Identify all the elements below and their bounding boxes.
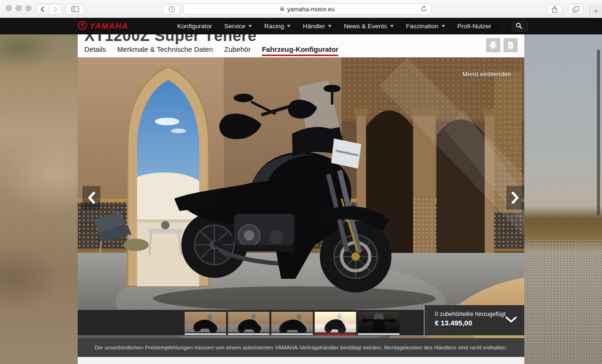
new-tab-button[interactable]: +	[589, 5, 602, 18]
browser-toolbar: yamaha-motor.eu +	[0, 0, 602, 18]
window-minimize-button[interactable]	[16, 5, 22, 11]
thumbnail-front-right-view[interactable]	[315, 312, 356, 335]
window-close-button[interactable]	[6, 5, 12, 11]
chevron-down-icon	[248, 25, 252, 27]
tab-fahrzeug-konfigurator[interactable]: Fahrzeug-Konfigurator	[262, 45, 339, 56]
clock-icon	[168, 6, 175, 13]
print-button[interactable]	[486, 38, 500, 52]
history-button[interactable]	[163, 4, 180, 15]
page-content: XT1200Z Super Ténéré Details Merkmale & …	[78, 34, 524, 364]
disclaimer-bar: Die unverbindlichen Preisempfehlungen mü…	[78, 338, 524, 357]
yamaha-tuning-fork-icon	[78, 21, 87, 32]
content-header: XT1200Z Super Ténéré Details Merkmale & …	[78, 34, 524, 57]
plus-icon: +	[594, 7, 598, 16]
nav-menu: Konfigurator Service Racing Händler News…	[177, 23, 491, 30]
carousel-prev-button[interactable]	[82, 186, 100, 210]
lock-icon	[280, 6, 285, 13]
nav-item-profi-nutzer[interactable]: Profi-Nutzer	[457, 23, 491, 30]
search-icon	[516, 22, 522, 31]
tab-zubehoer[interactable]: Zubehör	[224, 45, 251, 56]
tab-details[interactable]: Details	[84, 45, 106, 56]
section-tabs: Details Merkmale & Technische Daten Zube…	[84, 45, 338, 56]
nav-item-faszination[interactable]: Faszination	[406, 23, 445, 30]
printer-icon	[489, 41, 497, 49]
chevron-right-icon	[511, 192, 520, 204]
show-menu-button[interactable]: Menü einblenden	[462, 71, 511, 78]
total-price: € 13.495,00	[435, 319, 517, 327]
desert-background-right	[524, 34, 602, 364]
carousel-next-button[interactable]	[506, 186, 524, 210]
chevron-left-icon	[87, 192, 96, 204]
sidebar-icon	[71, 6, 79, 12]
tabs-icon	[572, 6, 579, 13]
desert-background-left	[0, 34, 78, 364]
forward-button[interactable]	[49, 4, 62, 15]
hero-scene	[78, 57, 524, 338]
reload-icon[interactable]	[421, 6, 427, 14]
chevron-down-icon	[287, 25, 291, 27]
site-nav: YAMAHA Konfigurator Service Racing Händl…	[0, 18, 602, 34]
nav-item-haendler[interactable]: Händler	[303, 23, 332, 30]
nav-item-racing[interactable]: Racing	[264, 23, 291, 30]
back-icon	[40, 6, 45, 13]
yamaha-logo-text: YAMAHA	[89, 22, 128, 31]
accessories-count-text: 0 zubehörteil/e hinzugefügt	[435, 311, 517, 317]
disclaimer-text: Die unverbindlichen Preisempfehlungen mü…	[95, 344, 507, 351]
german-flag-icon[interactable]	[504, 23, 504, 29]
thumbnail-rear-left-view[interactable]	[185, 312, 226, 335]
browser-window: yamaha-motor.eu + YAMAHA Konfigurator Se…	[0, 0, 602, 364]
address-bar-url: yamaha-motor.eu	[287, 6, 334, 13]
back-button[interactable]	[36, 4, 49, 15]
page-title: XT1200Z Super Ténéré	[84, 34, 524, 45]
chevron-down-icon	[441, 25, 445, 27]
chevron-down-icon	[390, 25, 394, 27]
thumbnail-left-side-view[interactable]	[228, 312, 269, 335]
configuration-summary-panel[interactable]: 0 zubehörteil/e hinzugefügt € 13.495,00	[424, 305, 524, 335]
pdf-button[interactable]	[504, 38, 518, 52]
share-icon	[552, 6, 558, 13]
site-search[interactable]	[512, 21, 528, 32]
nav-item-news-events[interactable]: News & Events	[344, 23, 394, 30]
window-zoom-button[interactable]	[25, 5, 32, 11]
forward-icon	[53, 6, 58, 13]
configurator-hero: Menü einblenden	[78, 57, 524, 338]
nav-item-konfigurator[interactable]: Konfigurator	[177, 23, 212, 30]
nav-item-service[interactable]: Service	[224, 23, 252, 30]
share-button[interactable]	[547, 4, 562, 15]
thumbnail-front-close-view[interactable]	[358, 312, 399, 335]
sidebar-toggle-button[interactable]	[65, 4, 84, 15]
address-bar[interactable]: yamaha-motor.eu	[183, 3, 431, 15]
tab-overview-button[interactable]	[568, 4, 584, 15]
content-footer	[78, 357, 524, 364]
chevron-down-icon	[328, 25, 332, 27]
yamaha-logo[interactable]: YAMAHA	[78, 21, 128, 32]
window-controls	[6, 5, 32, 11]
tab-merkmale-technische-daten[interactable]: Merkmale & Technische Daten	[117, 45, 213, 56]
pdf-icon	[506, 41, 515, 49]
page-scrollbar[interactable]	[597, 49, 600, 216]
chevron-down-icon	[505, 316, 517, 325]
page-viewport: XT1200Z Super Ténéré Details Merkmale & …	[0, 34, 602, 364]
thumbnail-left-profile-view[interactable]	[271, 312, 313, 335]
